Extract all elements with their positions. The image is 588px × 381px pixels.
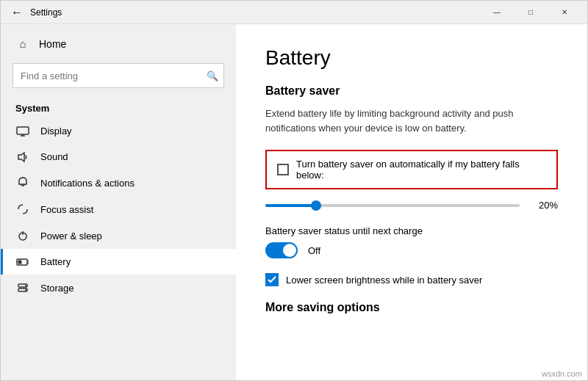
brightness-checkbox[interactable] xyxy=(265,273,279,286)
window-controls: — □ ✕ xyxy=(480,1,581,24)
svg-rect-0 xyxy=(17,127,29,134)
notifications-icon xyxy=(15,177,30,189)
sidebar-item-sound[interactable]: Sound xyxy=(1,144,236,170)
battery-status-toggle-row: Off xyxy=(265,242,558,258)
sidebar-item-power[interactable]: Power & sleep xyxy=(1,222,236,249)
slider-filled xyxy=(265,204,316,207)
search-icon: 🔍 xyxy=(207,70,218,81)
svg-point-14 xyxy=(25,289,26,291)
slider-thumb[interactable] xyxy=(311,200,321,211)
toggle-section-label: Battery saver status until next charge xyxy=(265,225,558,236)
search-input[interactable] xyxy=(12,63,224,88)
storage-icon xyxy=(15,282,30,294)
sidebar-item-home[interactable]: ⌂ Home xyxy=(1,30,236,57)
home-icon: ⌂ xyxy=(15,37,30,50)
power-icon xyxy=(15,230,30,242)
watermark: wsxdn.com xyxy=(542,369,582,378)
close-button[interactable]: ✕ xyxy=(548,1,581,24)
battery-saver-checkbox-label: Turn battery saver on automatically if m… xyxy=(296,159,546,181)
back-icon: ← xyxy=(11,6,23,19)
slider-value: 20% xyxy=(528,200,558,211)
battery-icon xyxy=(15,258,30,266)
search-container: 🔍 xyxy=(12,63,224,88)
sidebar-item-battery[interactable]: Battery xyxy=(1,249,236,275)
battery-status-toggle[interactable] xyxy=(265,242,298,258)
maximize-button[interactable]: □ xyxy=(514,1,548,24)
brightness-checkbox-row: Lower screen brightness while in battery… xyxy=(265,273,558,286)
home-label: Home xyxy=(39,38,66,50)
minimize-button[interactable]: — xyxy=(480,1,514,24)
settings-window: ← Settings — □ ✕ ⌂ Home 🔍 S xyxy=(0,0,588,381)
battery-label: Battery xyxy=(40,256,71,267)
battery-saver-checkbox[interactable] xyxy=(277,164,289,175)
toggle-thumb xyxy=(283,244,296,257)
battery-saver-section-title: Battery saver xyxy=(265,84,558,98)
window-title: Settings xyxy=(27,7,480,18)
focus-label: Focus assist xyxy=(40,204,93,215)
sidebar-section-label: System xyxy=(1,94,236,118)
sound-label: Sound xyxy=(40,151,68,162)
svg-point-13 xyxy=(25,285,26,286)
notifications-label: Notifications & actions xyxy=(40,178,135,189)
main-content: Battery Battery saver Extend battery lif… xyxy=(236,24,587,380)
storage-label: Storage xyxy=(40,283,74,294)
sidebar-item-display[interactable]: Display xyxy=(1,118,236,144)
focus-icon xyxy=(15,203,30,215)
battery-saver-checkbox-area: Turn battery saver on automatically if m… xyxy=(265,150,558,189)
sidebar-item-storage[interactable]: Storage xyxy=(1,275,236,301)
sound-icon xyxy=(15,152,30,162)
sidebar-item-notifications[interactable]: Notifications & actions xyxy=(1,170,236,196)
svg-marker-3 xyxy=(18,153,24,162)
battery-saver-description: Extend battery life by limiting backgrou… xyxy=(265,106,558,135)
svg-rect-8 xyxy=(18,260,22,264)
display-label: Display xyxy=(40,126,72,137)
back-button[interactable]: ← xyxy=(7,2,27,23)
brightness-label: Lower screen brightness while in battery… xyxy=(286,275,482,286)
sidebar: ⌂ Home 🔍 System Display xyxy=(1,24,236,380)
sidebar-item-focus[interactable]: Focus assist xyxy=(1,196,236,222)
content-area: ⌂ Home 🔍 System Display xyxy=(1,24,587,380)
toggle-state-label: Off xyxy=(308,245,320,256)
page-title: Battery xyxy=(265,46,558,70)
display-icon xyxy=(15,126,30,137)
titlebar: ← Settings — □ ✕ xyxy=(1,1,587,24)
battery-threshold-slider-row: 20% xyxy=(265,200,558,211)
more-saving-title: More saving options xyxy=(265,301,558,314)
power-label: Power & sleep xyxy=(40,231,102,242)
battery-threshold-slider-track xyxy=(265,204,520,207)
